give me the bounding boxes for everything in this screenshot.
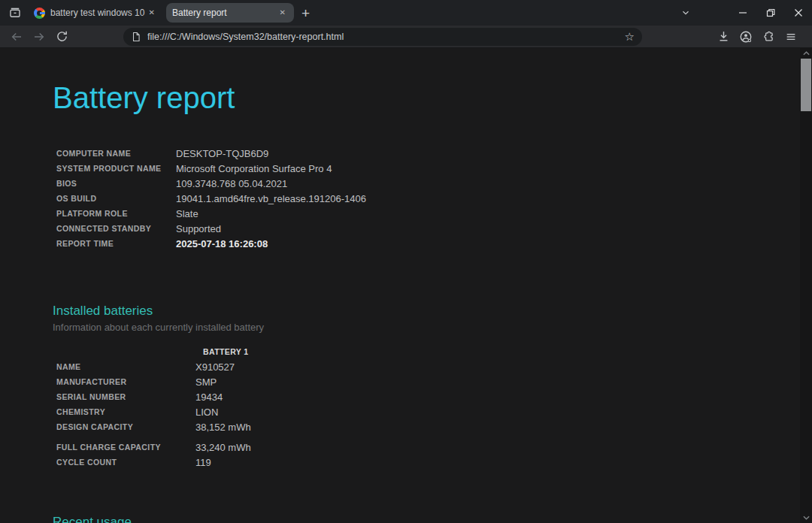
table-row: OS BUILD 19041.1.amd64fre.vb_release.191… (53, 191, 812, 206)
row-value: 19041.1.amd64fre.vb_release.191206-1406 (176, 193, 366, 204)
table-row: MANUFACTURER SMP (53, 374, 812, 389)
section-heading: Recent usage (53, 515, 812, 523)
table-group-gap (53, 434, 812, 440)
table-row: NAME X910527 (53, 359, 812, 374)
row-value: Slate (176, 208, 198, 219)
row-label: PLATFORM ROLE (53, 209, 176, 218)
section-heading: Installed batteries (53, 304, 812, 319)
table-row: PLATFORM ROLE Slate (53, 206, 812, 221)
table-row: REPORT TIME 2025-07-18 16:26:08 (53, 236, 812, 251)
row-label: SERIAL NUMBER (53, 392, 195, 401)
table-row: DESIGN CAPACITY 38,152 mWh (53, 419, 812, 434)
row-value: Microsoft Corporation Surface Pro 4 (176, 163, 332, 174)
table-row: CHEMISTRY LION (53, 404, 812, 419)
downloads-icon[interactable] (713, 27, 734, 47)
row-value: 38,152 mWh (195, 422, 251, 433)
window-minimize-button[interactable] (729, 0, 756, 26)
table-row: FULL CHARGE CAPACITY 33,240 mWh (53, 440, 812, 455)
row-label: NAME (53, 362, 195, 371)
browser-toolbar: file:///C:/Windows/System32/battery-repo… (0, 26, 812, 48)
row-value: X910527 (195, 361, 235, 373)
report-time-value: 2025-07-18 16:26:08 (176, 238, 268, 249)
row-label: OS BUILD (53, 194, 176, 203)
section-subtitle: Information about each currently install… (53, 322, 812, 335)
scrollbar-down-arrow-icon[interactable] (800, 512, 812, 523)
tab-battery-test-search[interactable]: battery test windows 10 - Goog ✕ (28, 0, 163, 26)
window-controls (729, 0, 812, 26)
table-row: COMPUTER NAME DESKTOP-TQJB6D9 (53, 146, 812, 161)
recent-usage-section: Recent usage (53, 515, 812, 523)
extensions-puzzle-icon[interactable] (758, 27, 779, 47)
address-bar[interactable]: file:///C:/Windows/System32/battery-repo… (123, 28, 642, 46)
browser-titlebar: battery test windows 10 - Goog ✕ Battery… (0, 0, 812, 26)
table-row: SERIAL NUMBER 19434 (53, 389, 812, 404)
menu-icon[interactable] (780, 27, 801, 47)
reload-icon[interactable] (51, 27, 72, 47)
row-label: DESIGN CAPACITY (53, 422, 195, 431)
row-value: Supported (176, 223, 221, 234)
tab-close-icon[interactable]: ✕ (277, 8, 288, 18)
toolbar-right-icons (713, 27, 803, 47)
row-label: CYCLE COUNT (53, 458, 195, 467)
row-value: 109.3748.768 05.04.2021 (176, 178, 287, 189)
scrollbar-thumb[interactable] (801, 59, 811, 111)
table-row: CONNECTED STANDBY Supported (53, 221, 812, 236)
bookmark-star-icon[interactable]: ☆ (625, 31, 635, 42)
battery-report-page: Battery report COMPUTER NAME DESKTOP-TQJ… (0, 48, 812, 523)
tab-close-icon[interactable]: ✕ (147, 8, 157, 18)
new-tab-button[interactable]: + (301, 6, 310, 20)
row-label: SYSTEM PRODUCT NAME (53, 164, 176, 173)
forward-icon[interactable] (29, 27, 50, 47)
page-title: Battery report (53, 80, 812, 116)
row-label: CHEMISTRY (53, 407, 195, 416)
profile-avatar-icon[interactable] (735, 27, 756, 47)
row-value: 33,240 mWh (195, 442, 251, 453)
battery-column-header-row: BATTERY 1 (53, 344, 812, 359)
row-value: DESKTOP-TQJB6D9 (176, 148, 268, 159)
back-icon[interactable] (6, 27, 27, 47)
row-label: CONNECTED STANDBY (53, 224, 176, 233)
page-scrollbar[interactable] (800, 48, 812, 523)
window-restore-button[interactable] (756, 0, 784, 26)
table-row: BIOS 109.3748.768 05.04.2021 (53, 176, 812, 191)
row-value: 19434 (195, 391, 223, 403)
row-value: 119 (195, 457, 211, 468)
row-label: MANUFACTURER (53, 377, 195, 386)
scrollbar-up-arrow-icon[interactable] (800, 48, 812, 59)
tab-search-icon[interactable] (5, 4, 25, 22)
tab-label: Battery report (172, 8, 277, 18)
row-value: SMP (195, 376, 217, 388)
battery-column-header: BATTERY 1 (199, 347, 249, 356)
url-text[interactable]: file:///C:/Windows/System32/battery-repo… (147, 32, 625, 42)
tab-label: battery test windows 10 - Goog (50, 8, 147, 18)
installed-batteries-section: Installed batteries Information about ea… (53, 304, 812, 470)
row-label: BIOS (53, 179, 176, 188)
google-favicon-icon (34, 8, 45, 19)
window-close-button[interactable] (784, 0, 812, 26)
battery-table: BATTERY 1 NAME X910527 MANUFACTURER SMP … (53, 344, 812, 470)
row-value: LION (195, 407, 218, 418)
row-label: FULL CHARGE CAPACITY (53, 443, 195, 452)
table-row: SYSTEM PRODUCT NAME Microsoft Corporatio… (53, 161, 812, 176)
table-row: CYCLE COUNT 119 (53, 455, 812, 470)
row-label: REPORT TIME (53, 239, 176, 248)
tab-list-chevron-icon[interactable] (676, 4, 695, 22)
row-label: COMPUTER NAME (53, 149, 176, 158)
file-page-icon (131, 32, 141, 42)
system-info-table: COMPUTER NAME DESKTOP-TQJB6D9 SYSTEM PRO… (53, 146, 812, 251)
tab-battery-report[interactable]: Battery report ✕ (166, 3, 294, 23)
